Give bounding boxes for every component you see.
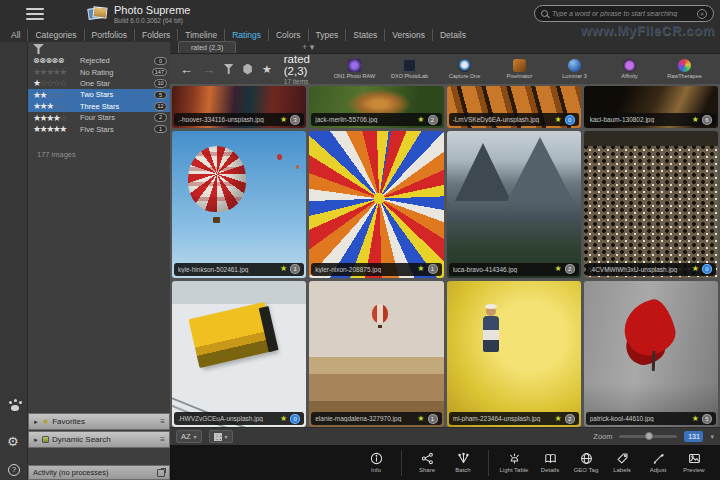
star-icon: ★ [417,116,424,124]
activity-log-icon[interactable] [157,469,165,477]
photo-thumbnail[interactable]: kaci-baum-130802.jpg★6 [584,86,718,128]
rating-row-two-stars[interactable]: ★★☆☆☆ Two Stars 5 [28,89,170,100]
app-logo-icon [88,5,107,21]
activity-label: Activity (no processes) [33,468,108,477]
photo-thumbnail[interactable]: .4CVMWiWh3xU-unsplash.jpg★0 [584,131,718,278]
photo-thumbnail[interactable]: kyle-hinkson-502461.jpg★1 [172,131,306,278]
tab-all[interactable]: All [4,29,27,41]
photo-thumbnail[interactable]: jack-merlin-55706.jpg★2 [309,86,443,128]
photo-filename-bar: luca-bravo-414346.jpg★2 [449,263,579,276]
labels-icon [616,452,629,465]
filter-funnel-icon[interactable] [224,64,233,74]
adjust-button[interactable]: Adjust [640,452,676,473]
geo-tag-button[interactable]: GEO Tag [568,452,604,473]
filter-funnel-icon[interactable] [33,44,44,54]
gear-icon[interactable]: ⚙ [7,434,19,449]
photo-filename-bar: kyler-nixon-208875.jpg★1 [311,263,441,276]
search-input[interactable] [552,10,693,17]
photo-filename-bar: jack-merlin-55706.jpg★2 [311,113,441,126]
add-collection-tab-button[interactable]: + ▾ [302,41,314,53]
affinity-icon [623,59,636,72]
preview-button[interactable]: Preview [676,452,712,473]
tab-types[interactable]: Types [308,29,346,41]
plugin-rawtherapee[interactable]: RawTherapee [659,59,710,79]
info-button[interactable]: Info [358,452,394,473]
photo-filename-bar: .-hoover-334116-unsplash.jpg★3 [174,113,304,126]
dynamic-search-panel[interactable]: ► Dynamic Search ≡ [28,431,170,448]
plugin-dxo-photolab[interactable]: DXO PhotoLab [384,59,435,79]
details-button[interactable]: Details [532,452,568,473]
tab-portfolios[interactable]: Portfolios [84,29,134,41]
tab-ratings[interactable]: Ratings [224,29,268,41]
clear-search-icon[interactable]: ✕ [697,9,707,19]
light-table-button[interactable]: Light Table [496,452,532,473]
chevron-down-icon[interactable]: ▾ [710,433,714,441]
collection-tab[interactable]: rated (2,3) [178,41,236,53]
star-icon: ★ [280,116,287,124]
tab-colors[interactable]: Colors [268,29,308,41]
star-icon: ★ [280,265,287,273]
sort-order-button[interactable]: AZ▾ [176,430,202,443]
labels-button[interactable]: Labels [604,452,640,473]
zoom-value[interactable]: 131 [684,431,703,442]
rating-row-no-rating[interactable]: ★★★★★ No Rating 147 [28,66,170,77]
search-bar[interactable]: ✕ [534,5,714,22]
help-icon[interactable]: ? [8,464,20,476]
stars-icon: ★★★☆☆ [33,101,80,111]
panel-menu-icon[interactable]: ≡ [160,435,165,444]
photo-thumbnail[interactable]: .HWVZvGCEuA-unsplash.jpg★0 [172,281,306,428]
tab-folders[interactable]: Folders [134,29,177,41]
plugin-luminar-3[interactable]: Luminar 3 [549,59,600,79]
layout-style-button[interactable]: ▾ [209,430,233,443]
ratings-list: ⊗⊗⊗⊗⊗ Rejected 0 ★★★★★ No Rating 147 ★☆☆… [28,55,170,135]
action-toolbar: 0▾ Image Basket Info Share Batch Light T… [170,445,720,480]
photo-filename-bar: elanie-magdalena-327970.jpg★1 [311,412,441,425]
chevron-down-icon: ▾ [194,433,197,440]
photo-thumbnail[interactable]: -LmVSKeDy6EA-unsplash.jpg★0 [447,86,581,128]
tab-details[interactable]: Details [432,29,473,41]
rating-row-one-star[interactable]: ★☆☆☆☆ One Star 10 [28,78,170,89]
rating-row-five-stars[interactable]: ★★★★★ Five Stars 1 [28,123,170,134]
zoom-slider[interactable] [619,435,677,438]
photo-thumbnail[interactable]: elanie-magdalena-327970.jpg★1 [309,281,443,428]
favorites-star-icon: ★ [42,417,49,426]
collection-item-count: 17 items [284,78,329,85]
back-arrow-icon[interactable]: ← [180,62,193,77]
rating-row-rejected[interactable]: ⊗⊗⊗⊗⊗ Rejected 0 [28,55,170,66]
photo-thumbnail[interactable]: mi-pham-223464-unsplash.jpg★2 [447,281,581,428]
rating-label: Four Stars [80,113,115,122]
plugin-affinity[interactable]: Affinity [604,59,655,79]
photo-thumbnail[interactable]: patrick-kool-44610.jpg★5 [584,281,718,428]
tab-categories[interactable]: Categories [27,29,83,41]
panel-menu-icon[interactable]: ≡ [160,417,165,426]
catalog-hexagon-icon[interactable] [243,64,252,75]
tab-timeline[interactable]: Timeline [177,29,224,41]
batch-button[interactable]: Batch [445,452,481,473]
batch-icon [457,452,470,465]
photo-thumbnail[interactable]: .-hoover-334116-unsplash.jpg★3 [172,86,306,128]
main-content: rated (2,3) + ▾ ← → ★ rated (2,3) 17 ite… [170,42,720,480]
menu-icon[interactable] [26,8,44,20]
forward-arrow-icon[interactable]: → [202,62,215,77]
version-count-badge: 0 [702,264,712,274]
tab-versions[interactable]: Versions [384,29,432,41]
dynamic-search-icon [42,436,49,443]
rating-row-four-stars[interactable]: ★★★★☆ Four Stars 2 [28,112,170,123]
tab-states[interactable]: States [345,29,384,41]
photo-thumbnail[interactable]: kyler-nixon-208875.jpg★1 [309,131,443,278]
zoom-slider-knob[interactable] [645,432,653,440]
photo-filename-bar: kyle-hinkson-502461.jpg★1 [174,263,304,276]
plugin-capture-one[interactable]: Capture One [439,59,490,79]
details-icon [544,452,557,465]
activity-panel[interactable]: Activity (no processes) [28,465,170,480]
favorites-panel[interactable]: ► ★ Favorites ≡ [28,413,170,430]
rating-filter-star-icon[interactable]: ★ [262,63,272,76]
share-button[interactable]: Share [409,452,445,473]
photo-thumbnail[interactable]: luca-bravo-414346.jpg★2 [447,131,581,278]
paw-icon[interactable] [8,398,21,411]
plugin-pixelmator[interactable]: Pixelmator [494,59,545,79]
rating-row-three-stars[interactable]: ★★★☆☆ Three Stars 12 [28,101,170,112]
info-icon [370,452,383,465]
preview-icon [688,452,701,465]
plugin-on1-photo-raw[interactable]: ON1 Photo RAW [329,59,380,79]
